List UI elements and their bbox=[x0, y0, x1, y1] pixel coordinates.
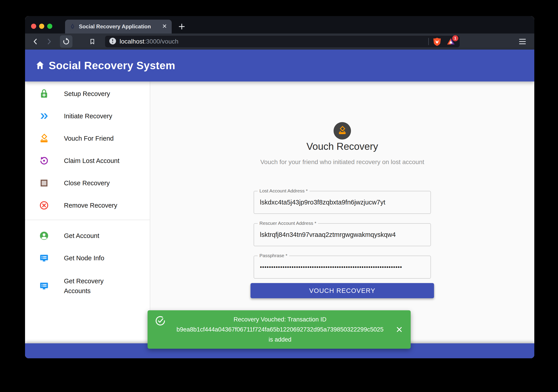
vouch-recovery-button[interactable]: VOUCH RECOVERY bbox=[251, 283, 434, 298]
sidebar-item-close-recovery[interactable]: Close Recovery bbox=[25, 172, 150, 194]
vote-icon bbox=[39, 133, 49, 143]
close-window-button[interactable] bbox=[31, 24, 36, 29]
brave-rewards-icon[interactable]: 1 bbox=[446, 37, 456, 46]
forward-button[interactable] bbox=[44, 36, 54, 47]
rescuer-account-address-field: Rescuer Account Address * bbox=[254, 223, 431, 246]
sidebar-divider bbox=[25, 220, 150, 220]
minimize-window-button[interactable] bbox=[39, 24, 44, 29]
page-subtitle: Vouch for your friend who initiated reco… bbox=[256, 157, 428, 168]
app-title: Social Recovery System bbox=[49, 59, 175, 72]
sidebar-item-label: Initiate Recovery bbox=[64, 111, 112, 121]
sidebar-item-remove-recovery[interactable]: Remove Recovery bbox=[25, 194, 150, 217]
sidebar-item-label: Close Recovery bbox=[64, 178, 110, 188]
divider bbox=[428, 38, 429, 45]
sidebar-item-label: Get Recovery Accounts bbox=[64, 276, 131, 296]
titlebar: Social Recovery Application bbox=[25, 16, 534, 33]
rescuer-account-address-input[interactable] bbox=[260, 224, 425, 246]
snackbar-line1: Recovery Vouched: Transaction ID bbox=[168, 315, 392, 325]
snackbar-transaction-id: b9ea8b1cf444a04367f06711f724fa65b1220692… bbox=[168, 325, 392, 335]
restore-icon bbox=[39, 156, 49, 166]
account-circle-icon bbox=[39, 231, 49, 241]
tab-title: Social Recovery Application bbox=[79, 24, 162, 30]
sidebar-item-get-node-info[interactable]: Get Node Info bbox=[25, 247, 150, 269]
sidebar-item-setup-recovery[interactable]: Setup Recovery bbox=[25, 83, 150, 105]
browser-tab[interactable]: Social Recovery Application bbox=[65, 20, 172, 33]
url-text: localhost:3000/vouch bbox=[120, 38, 425, 45]
dvr-icon bbox=[39, 281, 49, 291]
sidebar-item-label: Setup Recovery bbox=[64, 89, 110, 99]
sidebar: Setup Recovery Initiate Recovery bbox=[25, 82, 150, 343]
menu-icon[interactable] bbox=[517, 36, 528, 47]
url-bar[interactable]: localhost:3000/vouch 1 bbox=[105, 36, 460, 47]
sidebar-item-label: Get Account bbox=[64, 231, 99, 241]
sidebar-item-label: Get Node Info bbox=[64, 253, 105, 263]
stop-icon bbox=[39, 178, 49, 188]
vote-icon bbox=[338, 126, 347, 136]
bookmark-icon[interactable] bbox=[87, 36, 97, 47]
rewards-badge: 1 bbox=[452, 35, 458, 41]
snackbar-message: Recovery Vouched: Transaction ID b9ea8b1… bbox=[166, 315, 394, 345]
sidebar-item-label: Remove Recovery bbox=[64, 200, 117, 210]
home-icon[interactable] bbox=[35, 60, 45, 71]
lost-account-address-field: Lost Account Address * bbox=[254, 191, 431, 214]
site-info-icon[interactable] bbox=[109, 38, 116, 46]
browser-toolbar: localhost:3000/vouch 1 bbox=[25, 33, 534, 50]
passphrase-field: Passphrase * bbox=[254, 256, 431, 279]
sidebar-item-initiate-recovery[interactable]: Initiate Recovery bbox=[25, 105, 150, 127]
snackbar-line3: is added bbox=[168, 335, 392, 345]
check-circle-icon bbox=[155, 315, 166, 327]
sidebar-item-label: Vouch For Friend bbox=[64, 133, 113, 143]
back-button[interactable] bbox=[30, 36, 41, 47]
lock-plus-icon bbox=[39, 89, 49, 99]
double-arrow-icon bbox=[39, 111, 49, 121]
snackbar-close-icon[interactable] bbox=[394, 324, 404, 335]
reload-button[interactable] bbox=[60, 35, 72, 48]
dvr-icon bbox=[39, 253, 49, 263]
page-title: Vouch Recovery bbox=[150, 141, 534, 152]
passphrase-input[interactable] bbox=[260, 256, 425, 278]
brave-shields-icon[interactable] bbox=[432, 37, 442, 46]
sidebar-item-claim-lost-account[interactable]: Claim Lost Account bbox=[25, 150, 150, 172]
content-area: Setup Recovery Initiate Recovery bbox=[25, 82, 534, 343]
avatar bbox=[333, 122, 351, 140]
cancel-icon bbox=[39, 200, 49, 210]
success-snackbar: Recovery Vouched: Transaction ID b9ea8b1… bbox=[148, 310, 411, 349]
lost-account-address-input[interactable] bbox=[260, 191, 425, 213]
sidebar-item-get-recovery-accounts[interactable]: Get Recovery Accounts bbox=[25, 269, 150, 303]
new-tab-button[interactable] bbox=[177, 21, 187, 32]
sidebar-item-vouch-for-friend[interactable]: Vouch For Friend bbox=[25, 127, 150, 150]
browser-window: Social Recovery Application bbox=[25, 16, 534, 358]
main-panel: Vouch Recovery Vouch for your friend who… bbox=[150, 82, 534, 343]
tab-close-icon[interactable] bbox=[162, 24, 167, 30]
maximize-window-button[interactable] bbox=[47, 24, 52, 29]
app-header: Social Recovery System bbox=[25, 50, 534, 82]
lisk-favicon-icon bbox=[70, 23, 76, 30]
sidebar-item-label: Claim Lost Account bbox=[64, 156, 119, 166]
sidebar-item-get-account[interactable]: Get Account bbox=[25, 225, 150, 247]
